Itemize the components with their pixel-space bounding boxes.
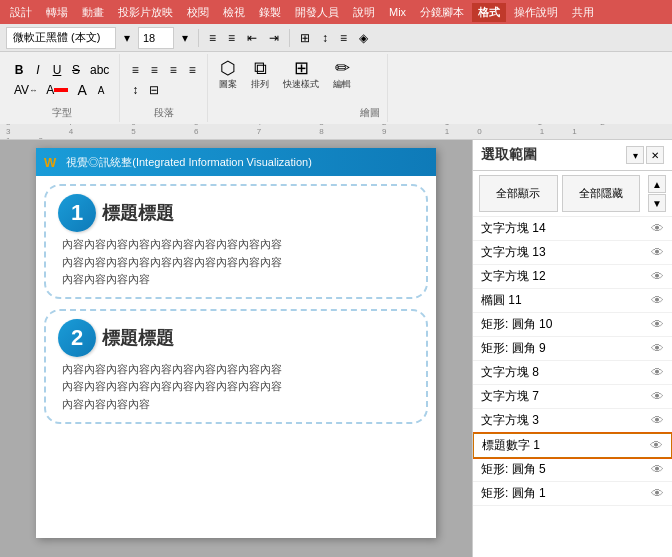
panel-item-11[interactable]: 矩形: 圓角 1 👁: [473, 482, 672, 506]
slide-header: W 視覺◎訊統整(Integrated Information Visualiz…: [36, 148, 436, 176]
menu-format[interactable]: 格式: [472, 3, 506, 22]
font-color-btn[interactable]: A: [42, 81, 72, 99]
font-name-dropdown[interactable]: ▾: [120, 27, 134, 49]
quick-styles-button[interactable]: ⊞ 快速樣式: [278, 56, 324, 94]
main-area: W 視覺◎訊統整(Integrated Information Visualiz…: [0, 140, 672, 557]
columns-btn[interactable]: ⊞: [296, 27, 314, 49]
increase-indent-btn[interactable]: ⇥: [265, 27, 283, 49]
panel-item-10[interactable]: 矩形: 圓角 5 👁: [473, 458, 672, 482]
italic-button[interactable]: I: [29, 61, 47, 79]
ribbon-body: B I U S abc AV↔ A A A 字型: [0, 52, 672, 124]
item-eye-0[interactable]: 👁: [651, 221, 664, 236]
ruler-numbers: 8 7 6 5 4 3 2 1 1 2 3 4 5 6 7 8 9 10 11 …: [4, 124, 672, 140]
menu-review[interactable]: 校閱: [181, 3, 215, 22]
panel-item-5[interactable]: 矩形: 圓角 9 👁: [473, 337, 672, 361]
font-size-down-btn[interactable]: A: [92, 81, 110, 99]
menu-animation[interactable]: 動畫: [76, 3, 110, 22]
item-name-9: 標題數字 1: [482, 437, 650, 454]
edit-button[interactable]: ✏ 編輯: [328, 56, 356, 94]
columns-para-btn[interactable]: ⊟: [145, 81, 163, 99]
item-eye-2[interactable]: 👁: [651, 269, 664, 284]
menu-storyboard[interactable]: 分鏡腳本: [414, 3, 470, 22]
list-bullets-btn[interactable]: ≡: [205, 27, 220, 49]
line-spacing-btn[interactable]: ↕: [126, 81, 144, 99]
panel-title: 選取範圍: [481, 146, 537, 164]
item-eye-4[interactable]: 👁: [651, 317, 664, 332]
ruler: 8 7 6 5 4 3 2 1 1 2 3 4 5 6 7 8 9 10 11 …: [0, 124, 672, 140]
panel-item-4[interactable]: 矩形: 圓角 10 👁: [473, 313, 672, 337]
font-size-up-btn[interactable]: A: [73, 81, 91, 99]
panel-item-0[interactable]: 文字方塊 14 👁: [473, 217, 672, 241]
slide-area[interactable]: W 視覺◎訊統整(Integrated Information Visualiz…: [0, 140, 472, 557]
panel-collapse-btn[interactable]: ▾: [626, 146, 644, 164]
item-eye-9[interactable]: 👁: [650, 438, 663, 453]
panel-item-8[interactable]: 文字方塊 3 👁: [473, 409, 672, 433]
align-left-btn[interactable]: ≡: [126, 61, 144, 79]
panel-item-3[interactable]: 橢圓 11 👁: [473, 289, 672, 313]
panel-item-9[interactable]: 標題數字 1 👁: [473, 433, 672, 458]
align-text-btn[interactable]: ≡: [336, 27, 351, 49]
block-body-1: 內容內容內容內容內容內容內容內容內容內容 內容內容內容內容內容內容內容內容內容內…: [58, 236, 414, 289]
item-eye-3[interactable]: 👁: [651, 293, 664, 308]
move-down-btn[interactable]: ▼: [648, 194, 666, 212]
convert-smartart-btn[interactable]: ◈: [355, 27, 372, 49]
item-eye-10[interactable]: 👁: [651, 462, 664, 477]
item-name-5: 矩形: 圓角 9: [481, 340, 651, 357]
block-1-title-row: 1 標題標題: [58, 194, 414, 232]
menu-record[interactable]: 錄製: [253, 3, 287, 22]
menu-slideshow[interactable]: 投影片放映: [112, 3, 179, 22]
shapes-button[interactable]: ⬡ 圖案: [214, 56, 242, 94]
panel-item-2[interactable]: 文字方塊 12 👁: [473, 265, 672, 289]
move-up-btn[interactable]: ▲: [648, 175, 666, 193]
menu-view[interactable]: 檢視: [217, 3, 251, 22]
item-eye-1[interactable]: 👁: [651, 245, 664, 260]
panel-close-btn[interactable]: ✕: [646, 146, 664, 164]
font-name-input[interactable]: [6, 27, 116, 49]
block-title-1: 標題標題: [102, 201, 174, 225]
list-numbers-btn[interactable]: ≡: [224, 27, 239, 49]
font-size-input[interactable]: [138, 27, 174, 49]
text-direction-btn[interactable]: ↕: [318, 27, 332, 49]
hide-all-button[interactable]: 全部隱藏: [562, 175, 641, 212]
item-eye-11[interactable]: 👁: [651, 486, 664, 501]
font-size-dropdown[interactable]: ▾: [178, 27, 192, 49]
slide-content: 1 標題標題 內容內容內容內容內容內容內容內容內容內容 內容內容內容內容內容內容…: [36, 176, 436, 432]
align-center-btn[interactable]: ≡: [145, 61, 163, 79]
font-row-2: AV↔ A A A: [10, 81, 113, 99]
justify-btn[interactable]: ≡: [183, 61, 201, 79]
slide: W 視覺◎訊統整(Integrated Information Visualiz…: [36, 148, 436, 538]
content-block-2: 2 標題標題 內容內容內容內容內容內容內容內容內容內容 內容內容內容內容內容內容…: [44, 309, 428, 424]
menu-transition[interactable]: 轉場: [40, 3, 74, 22]
panel-item-7[interactable]: 文字方塊 7 👁: [473, 385, 672, 409]
item-eye-8[interactable]: 👁: [651, 413, 664, 428]
para-row-1: ≡ ≡ ≡ ≡: [126, 61, 201, 79]
panel-item-6[interactable]: 文字方塊 8 👁: [473, 361, 672, 385]
menu-search[interactable]: 操作說明: [508, 3, 564, 22]
item-eye-6[interactable]: 👁: [651, 365, 664, 380]
menu-mix[interactable]: Mix: [383, 4, 412, 20]
arrange-button[interactable]: ⧉ 排列: [246, 56, 274, 94]
item-eye-5[interactable]: 👁: [651, 341, 664, 356]
bold-button[interactable]: B: [10, 61, 28, 79]
decrease-indent-btn[interactable]: ⇤: [243, 27, 261, 49]
shapes-label: 圖案: [219, 78, 237, 91]
underline-button[interactable]: U: [48, 61, 66, 79]
panel-item-1[interactable]: 文字方塊 13 👁: [473, 241, 672, 265]
font-formatting: B I U S abc AV↔ A A A: [10, 56, 113, 104]
panel-show-hide: 全部顯示 全部隱藏 ▲ ▼: [473, 171, 672, 217]
align-right-btn[interactable]: ≡: [164, 61, 182, 79]
show-all-button[interactable]: 全部顯示: [479, 175, 558, 212]
shadow-button[interactable]: abc: [86, 61, 113, 79]
menu-design[interactable]: 設計: [4, 3, 38, 22]
panel-header: 選取範圍 ▾ ✕: [473, 140, 672, 171]
font-group-label: 字型: [52, 106, 72, 120]
item-name-4: 矩形: 圓角 10: [481, 316, 651, 333]
menu-help[interactable]: 說明: [347, 3, 381, 22]
item-name-0: 文字方塊 14: [481, 220, 651, 237]
char-spacing-btn[interactable]: AV↔: [10, 81, 41, 99]
menu-developer[interactable]: 開發人員: [289, 3, 345, 22]
menu-share[interactable]: 共用: [566, 3, 600, 22]
slide-header-title: 視覺◎訊統整(Integrated Information Visualizat…: [66, 155, 312, 170]
strikethrough-button[interactable]: S: [67, 61, 85, 79]
item-eye-7[interactable]: 👁: [651, 389, 664, 404]
